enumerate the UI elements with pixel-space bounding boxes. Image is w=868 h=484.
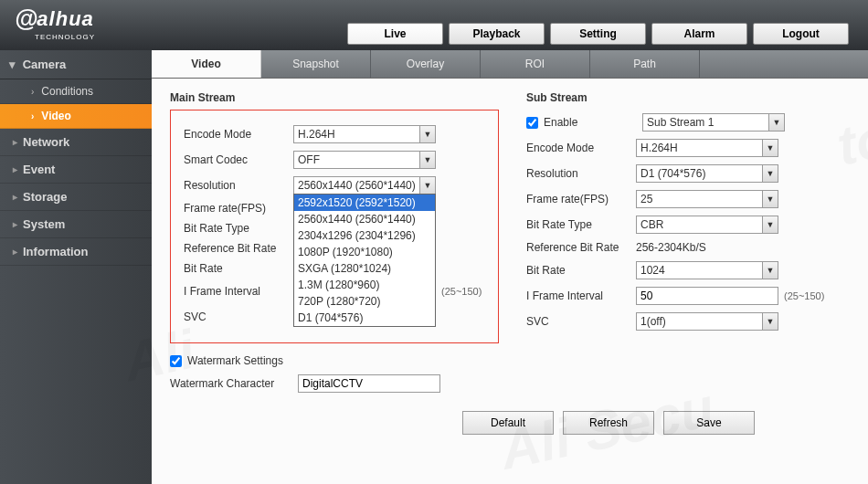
expand-icon: ▸ — [13, 137, 17, 147]
resolution-label: Resolution — [184, 179, 293, 192]
substream-select[interactable]: Sub Stream 1▼ — [642, 113, 785, 132]
dropdown-option[interactable]: SXGA (1280*1024) — [294, 260, 435, 277]
chevron-down-icon: ▼ — [419, 152, 435, 168]
sidebar-item-video[interactable]: › Video — [0, 104, 152, 129]
sub-bitrate-type-label: Bit Rate Type — [526, 218, 636, 231]
sub-tabs: Video Snapshot Overlay ROI Path — [152, 50, 868, 79]
tab-roi[interactable]: ROI — [481, 50, 590, 78]
sub-resolution-label: Resolution — [526, 167, 636, 180]
encode-mode-select[interactable]: H.264H ▼ — [293, 125, 436, 143]
sub-svc-select[interactable]: 1(off)▼ — [636, 312, 778, 331]
nav-alarm[interactable]: Alarm — [651, 23, 747, 45]
iframe-label: I Frame Interval — [184, 285, 293, 298]
sub-frame-rate-select[interactable]: 25▼ — [636, 190, 778, 208]
expand-icon: ▸ — [13, 247, 17, 257]
iframe-note: (25~150) — [441, 286, 482, 297]
dropdown-option[interactable]: 2592x1520 (2592*1520) — [294, 195, 435, 211]
nav-live[interactable]: Live — [347, 23, 443, 45]
content-area: Ali Ali Secu tore Video Snapshot Overlay… — [152, 50, 868, 484]
bitrate-label: Bit Rate — [184, 262, 293, 275]
encode-mode-label: Encode Mode — [184, 128, 293, 141]
expand-icon: ▸ — [13, 164, 17, 174]
expand-icon: ▸ — [13, 219, 17, 229]
sub-bitrate-select[interactable]: 1024▼ — [636, 261, 778, 279]
watermark-checkbox[interactable] — [170, 355, 182, 367]
dropdown-option[interactable]: D1 (704*576) — [294, 310, 435, 326]
chevron-down-icon: ▼ — [762, 165, 778, 182]
brand-name: alhua — [37, 7, 93, 31]
frame-rate-label: Frame rate(FPS) — [184, 202, 293, 215]
tab-path[interactable]: Path — [590, 50, 700, 78]
mainstream-box: Encode Mode H.264H ▼ Smart Codec OFF ▼ — [170, 110, 499, 343]
sub-encode-mode-select[interactable]: H.264H▼ — [636, 139, 778, 157]
chevron-down-icon: ▼ — [762, 313, 778, 330]
chevron-right-icon: › — [31, 111, 34, 121]
refresh-button[interactable]: Refresh — [563, 411, 654, 435]
expand-icon: ▸ — [13, 192, 17, 202]
sidebar-information[interactable]: ▸Information — [0, 238, 152, 266]
default-button[interactable]: Default — [462, 411, 554, 435]
tab-overlay[interactable]: Overlay — [371, 50, 481, 78]
resolution-dropdown: 2592x1520 (2592*1520) 2560x1440 (2560*14… — [293, 194, 436, 327]
chevron-down-icon: ▼ — [762, 140, 778, 156]
chevron-down-icon: ▼ — [762, 191, 778, 207]
substream-title: Sub Stream — [526, 91, 855, 104]
sub-encode-mode-label: Encode Mode — [526, 142, 636, 154]
sub-iframe-input[interactable] — [636, 287, 778, 305]
tab-video[interactable]: Video — [152, 50, 261, 78]
sidebar: ▾ Camera › Conditions › Video ▸Network ▸… — [0, 50, 152, 484]
sub-ref-bitrate-value: 256-2304Kb/S — [636, 241, 706, 254]
smart-codec-label: Smart Codec — [184, 153, 293, 166]
top-nav: Live Playback Setting Alarm Logout — [347, 23, 849, 50]
dropdown-option[interactable]: 2304x1296 (2304*1296) — [294, 227, 435, 244]
sub-resolution-select[interactable]: D1 (704*576)▼ — [636, 164, 778, 183]
dropdown-option[interactable]: 2560x1440 (2560*1440) — [294, 211, 435, 227]
sidebar-event[interactable]: ▸Event — [0, 156, 152, 184]
sidebar-item-label: Conditions — [41, 85, 93, 98]
collapse-icon: ▾ — [9, 58, 16, 71]
sidebar-network[interactable]: ▸Network — [0, 129, 152, 156]
nav-setting[interactable]: Setting — [550, 23, 646, 45]
sidebar-item-label: Video — [41, 110, 70, 122]
nav-logout[interactable]: Logout — [753, 23, 849, 45]
watermark-character-label: Watermark Character — [170, 377, 298, 390]
svc-label: SVC — [184, 310, 293, 323]
sidebar-camera[interactable]: ▾ Camera — [0, 50, 152, 79]
chevron-down-icon: ▼ — [762, 262, 778, 279]
sidebar-system[interactable]: ▸System — [0, 211, 152, 238]
sidebar-storage[interactable]: ▸Storage — [0, 184, 152, 211]
ref-bitrate-label: Reference Bit Rate — [184, 242, 293, 255]
chevron-down-icon: ▼ — [419, 177, 435, 194]
resolution-select[interactable]: 2560x1440 (2560*1440) ▼ — [293, 176, 436, 195]
mainstream-title: Main Stream — [170, 91, 499, 104]
smart-codec-select[interactable]: OFF ▼ — [293, 151, 436, 169]
chevron-down-icon: ▼ — [762, 216, 778, 233]
sub-ref-bitrate-label: Reference Bit Rate — [526, 241, 636, 254]
chevron-right-icon: › — [31, 87, 34, 97]
sidebar-camera-label: Camera — [23, 58, 67, 71]
save-button[interactable]: Save — [663, 411, 755, 435]
sidebar-item-conditions[interactable]: › Conditions — [0, 79, 152, 104]
enable-label: Enable — [544, 116, 642, 129]
brand-logo: @ alhua TECHNOLOGY — [0, 5, 347, 50]
chevron-down-icon: ▼ — [768, 114, 784, 131]
sub-bitrate-label: Bit Rate — [526, 264, 636, 277]
app-header: @ alhua TECHNOLOGY Live Playback Setting… — [0, 0, 868, 50]
dropdown-option[interactable]: 720P (1280*720) — [294, 293, 435, 310]
watermark-settings-label: Watermark Settings — [187, 354, 315, 367]
watermark-character-input[interactable] — [298, 374, 440, 393]
tab-snapshot[interactable]: Snapshot — [261, 50, 371, 78]
bitrate-type-label: Bit Rate Type — [184, 222, 293, 235]
sub-frame-rate-label: Frame rate(FPS) — [526, 193, 636, 205]
sub-svc-label: SVC — [526, 315, 636, 328]
dropdown-option[interactable]: 1.3M (1280*960) — [294, 277, 435, 293]
sub-bitrate-type-select[interactable]: CBR▼ — [636, 216, 778, 234]
nav-playback[interactable]: Playback — [449, 23, 545, 45]
enable-checkbox[interactable] — [526, 117, 538, 129]
dropdown-option[interactable]: 1080P (1920*1080) — [294, 244, 435, 260]
sub-iframe-note: (25~150) — [784, 290, 824, 301]
brand-symbol: @ — [15, 5, 38, 33]
sub-iframe-label: I Frame Interval — [526, 289, 636, 302]
brand-subtitle: TECHNOLOGY — [35, 33, 347, 41]
chevron-down-icon: ▼ — [419, 126, 435, 142]
